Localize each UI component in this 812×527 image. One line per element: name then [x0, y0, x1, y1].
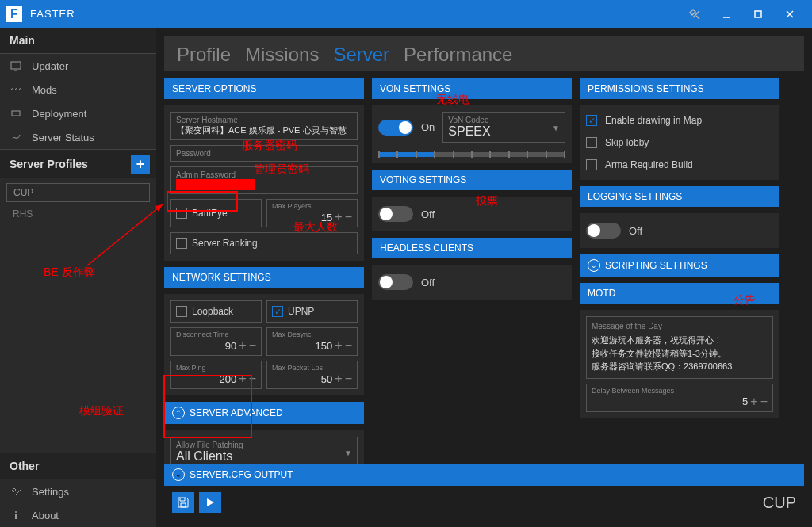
- tab-missions[interactable]: Missions: [245, 44, 319, 66]
- motd-header: MOTD: [580, 283, 779, 304]
- packet-field[interactable]: Max Packet Los50+−: [266, 361, 358, 389]
- status-icon: [10, 131, 22, 143]
- info-icon: [10, 509, 22, 521]
- sidebar-item-label: Settings: [32, 486, 69, 498]
- tab-server[interactable]: Server: [333, 44, 389, 66]
- ping-field[interactable]: Max Ping200+−: [170, 361, 262, 389]
- expand-icon: ⌄: [588, 259, 600, 272]
- arma-build-checkbox[interactable]: Arma Required Build: [586, 156, 773, 174]
- motd-textarea[interactable]: Message of the Day 欢迎游玩本服务器，祝玩得开心！ 接收任务文…: [586, 316, 773, 379]
- app-logo: F: [6, 6, 22, 22]
- save-button[interactable]: [172, 492, 194, 513]
- headless-toggle[interactable]: [378, 274, 413, 290]
- network-header: NETWORK SETTINGS: [164, 267, 364, 288]
- battleye-checkbox[interactable]: BattlEye: [170, 199, 262, 227]
- sidebar-item-label: Deployment: [32, 108, 86, 120]
- logging-header: LOGGING SETTINGS: [580, 186, 779, 207]
- checkbox-icon: [176, 208, 187, 219]
- output-header[interactable]: ⌄ SERVER.CFG OUTPUT: [164, 464, 804, 486]
- voting-header: VOTING SETTINGS: [372, 170, 572, 190]
- minimize-button[interactable]: [710, 0, 742, 28]
- svg-rect-4: [11, 62, 21, 69]
- app-title: FASTER: [30, 8, 75, 20]
- sidebar-other-label: Other: [0, 453, 156, 479]
- sidebar-item-about[interactable]: About: [0, 503, 156, 527]
- sidebar-item-settings[interactable]: Settings: [0, 479, 156, 503]
- play-button[interactable]: [199, 492, 221, 513]
- profiles-label: Server Profiles: [10, 158, 88, 170]
- sidebar-item-mods[interactable]: 〰 Mods: [0, 78, 156, 101]
- von-header: VON SETTINGS: [372, 78, 572, 99]
- tabs: Profile Missions Server Performance: [164, 36, 804, 71]
- file-patching-dropdown[interactable]: Allow File Patching All Clients ▼: [170, 437, 358, 464]
- tab-performance[interactable]: Performance: [404, 44, 512, 66]
- updater-icon: [10, 59, 22, 72]
- maximize-button[interactable]: [742, 0, 774, 28]
- admin-password-field[interactable]: Admin Password: [170, 166, 358, 194]
- logging-toggle[interactable]: [586, 223, 621, 239]
- voting-toggle[interactable]: [378, 206, 413, 222]
- mods-icon: 〰: [10, 83, 22, 96]
- permissions-header: PERMISSIONS SETTINGS: [580, 78, 779, 99]
- skip-lobby-checkbox[interactable]: Skip lobby: [586, 134, 773, 151]
- svg-point-7: [15, 511, 17, 513]
- hostname-field[interactable]: Server Hostname 【聚变网科】ACE 娱乐服 - PVE 心灵与智…: [170, 112, 358, 140]
- sidebar-item-label: Updater: [32, 60, 68, 72]
- sidebar: Main Updater 〰 Mods Deployment Server St…: [0, 28, 156, 527]
- password-field[interactable]: Password: [170, 145, 358, 162]
- sidebar-item-updater[interactable]: Updater: [0, 54, 156, 78]
- chevron-down-icon: ▼: [552, 123, 560, 132]
- sidebar-item-deployment[interactable]: Deployment: [0, 101, 156, 125]
- disconnect-field[interactable]: Disconnect Time90+−: [170, 327, 262, 356]
- advanced-header[interactable]: ⌃ SERVER ADVANCED: [164, 402, 364, 424]
- delay-field[interactable]: Delay Between Messages 5+−: [586, 384, 773, 412]
- profile-item-cup[interactable]: CUP: [6, 183, 150, 202]
- von-toggle[interactable]: [378, 120, 413, 136]
- headless-header: HEADLESS CLIENTS: [372, 238, 572, 258]
- deployment-icon: [10, 107, 22, 120]
- tab-profile[interactable]: Profile: [177, 44, 231, 66]
- max-players-field[interactable]: Max Players 15+−: [266, 199, 358, 227]
- minus-icon[interactable]: −: [345, 210, 352, 224]
- close-button[interactable]: [774, 0, 806, 28]
- collapse-icon: ⌃: [172, 407, 185, 419]
- plus-icon[interactable]: +: [335, 210, 342, 224]
- checkbox-icon: [176, 306, 187, 317]
- tools-icon[interactable]: [679, 0, 710, 28]
- loopback-checkbox[interactable]: Loopback: [170, 300, 262, 323]
- von-slider[interactable]: [378, 152, 565, 157]
- scripting-header[interactable]: ⌄ SCRIPTING SETTINGS: [580, 254, 779, 277]
- drawing-checkbox[interactable]: Enable drawing in Map: [586, 112, 773, 129]
- admin-password-value: [176, 179, 255, 190]
- active-profile-name: CUP: [763, 494, 796, 512]
- server-ranking-checkbox[interactable]: Server Ranking: [170, 232, 358, 254]
- sidebar-item-label: Mods: [32, 84, 57, 96]
- titlebar: F FASTER: [0, 0, 812, 28]
- codec-dropdown[interactable]: VoN Codec SPEEX ▼: [442, 112, 565, 143]
- svg-rect-1: [755, 11, 761, 17]
- settings-icon: [10, 485, 22, 498]
- expand-icon: ⌄: [172, 468, 185, 481]
- sidebar-item-server-status[interactable]: Server Status: [0, 125, 156, 149]
- profile-item-rhs[interactable]: RHS: [6, 205, 150, 223]
- checkbox-icon: [272, 306, 283, 317]
- sidebar-item-label: Server Status: [32, 132, 94, 143]
- desync-field[interactable]: Max Desync150+−: [266, 327, 358, 356]
- chevron-down-icon: ▼: [344, 448, 352, 456]
- server-options-header: SERVER OPTIONS: [164, 78, 364, 99]
- svg-rect-6: [12, 111, 20, 116]
- server-profiles-header: Server Profiles +: [0, 149, 156, 178]
- add-profile-button[interactable]: +: [131, 155, 150, 174]
- checkbox-icon: [176, 238, 187, 249]
- sidebar-main-label: Main: [0, 28, 156, 54]
- sidebar-item-label: About: [32, 510, 59, 521]
- upnp-checkbox[interactable]: UPNP: [266, 300, 358, 323]
- content-area: Profile Missions Server Performance SERV…: [156, 28, 812, 527]
